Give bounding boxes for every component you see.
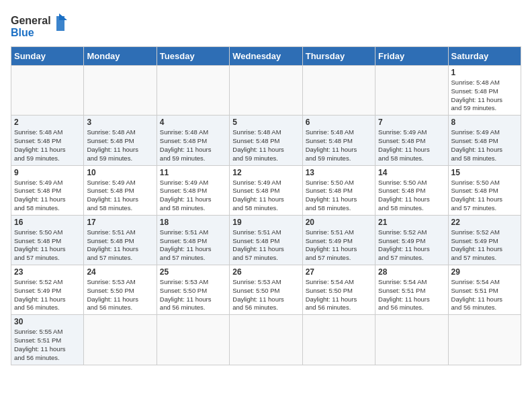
- day-info: Sunrise: 5:53 AM Sunset: 5:50 PM Dayligh…: [232, 278, 299, 312]
- calendar-cell: 18Sunrise: 5:51 AM Sunset: 5:48 PM Dayli…: [157, 215, 229, 265]
- day-info: Sunrise: 5:50 AM Sunset: 5:48 PM Dayligh…: [451, 179, 518, 213]
- calendar-cell: [157, 66, 229, 116]
- day-number: 29: [451, 267, 518, 277]
- page-header: General Blue: [11, 11, 521, 41]
- day-number: 11: [160, 168, 226, 177]
- calendar-cell: 26Sunrise: 5:53 AM Sunset: 5:50 PM Dayli…: [230, 265, 302, 315]
- day-info: Sunrise: 5:53 AM Sunset: 5:50 PM Dayligh…: [160, 278, 226, 312]
- day-number: 10: [87, 168, 153, 177]
- day-info: Sunrise: 5:50 AM Sunset: 5:48 PM Dayligh…: [378, 179, 445, 213]
- day-info: Sunrise: 5:48 AM Sunset: 5:48 PM Dayligh…: [451, 79, 518, 113]
- calendar-cell: 29Sunrise: 5:54 AM Sunset: 5:51 PM Dayli…: [448, 265, 521, 315]
- calendar-cell: 1Sunrise: 5:48 AM Sunset: 5:48 PM Daylig…: [448, 66, 521, 116]
- day-info: Sunrise: 5:49 AM Sunset: 5:48 PM Dayligh…: [451, 128, 518, 163]
- day-number: 15: [451, 168, 518, 177]
- calendar-cell: [302, 66, 375, 116]
- day-number: 18: [160, 218, 226, 227]
- calendar-table: SundayMondayTuesdayWednesdayThursdayFrid…: [11, 46, 521, 365]
- logo: General Blue: [11, 11, 71, 41]
- calendar-cell: [230, 66, 302, 116]
- week-row-1: 1Sunrise: 5:48 AM Sunset: 5:48 PM Daylig…: [11, 66, 521, 116]
- day-number: 8: [451, 118, 518, 127]
- day-number: 9: [14, 168, 81, 177]
- day-info: Sunrise: 5:55 AM Sunset: 5:51 PM Dayligh…: [14, 328, 81, 362]
- day-info: Sunrise: 5:48 AM Sunset: 5:48 PM Dayligh…: [87, 128, 153, 163]
- calendar-cell: 10Sunrise: 5:49 AM Sunset: 5:48 PM Dayli…: [84, 165, 157, 215]
- weekday-header-row: SundayMondayTuesdayWednesdayThursdayFrid…: [11, 47, 521, 66]
- calendar-cell: [11, 66, 84, 116]
- day-number: 12: [232, 168, 299, 177]
- day-number: 25: [160, 267, 226, 277]
- week-row-3: 9Sunrise: 5:49 AM Sunset: 5:48 PM Daylig…: [11, 165, 521, 215]
- calendar-cell: 7Sunrise: 5:49 AM Sunset: 5:48 PM Daylig…: [375, 116, 448, 165]
- day-number: 1: [451, 68, 518, 77]
- day-info: Sunrise: 5:52 AM Sunset: 5:49 PM Dayligh…: [378, 228, 445, 263]
- calendar-cell: 21Sunrise: 5:52 AM Sunset: 5:49 PM Dayli…: [375, 215, 448, 265]
- day-number: 6: [306, 118, 372, 127]
- calendar-cell: 8Sunrise: 5:49 AM Sunset: 5:48 PM Daylig…: [448, 116, 521, 165]
- day-number: 4: [160, 118, 226, 127]
- logo-icon: General Blue: [11, 11, 71, 41]
- calendar-cell: 19Sunrise: 5:51 AM Sunset: 5:48 PM Dayli…: [230, 215, 302, 265]
- week-row-2: 2Sunrise: 5:48 AM Sunset: 5:48 PM Daylig…: [11, 116, 521, 165]
- calendar-cell: 13Sunrise: 5:50 AM Sunset: 5:48 PM Dayli…: [302, 165, 375, 215]
- calendar-cell: 16Sunrise: 5:50 AM Sunset: 5:48 PM Dayli…: [11, 215, 84, 265]
- calendar-cell: [84, 66, 157, 116]
- weekday-header-monday: Monday: [84, 47, 157, 66]
- calendar-cell: 27Sunrise: 5:54 AM Sunset: 5:50 PM Dayli…: [302, 265, 375, 315]
- day-info: Sunrise: 5:51 AM Sunset: 5:49 PM Dayligh…: [306, 228, 372, 263]
- day-number: 17: [87, 218, 153, 227]
- calendar-cell: 20Sunrise: 5:51 AM Sunset: 5:49 PM Dayli…: [302, 215, 375, 265]
- day-info: Sunrise: 5:48 AM Sunset: 5:48 PM Dayligh…: [306, 128, 372, 163]
- day-number: 5: [232, 118, 299, 127]
- day-number: 27: [306, 267, 372, 277]
- day-number: 2: [14, 118, 81, 127]
- calendar-cell: 2Sunrise: 5:48 AM Sunset: 5:48 PM Daylig…: [11, 116, 84, 165]
- svg-text:General: General: [11, 15, 51, 26]
- calendar-cell: [448, 315, 521, 365]
- day-info: Sunrise: 5:49 AM Sunset: 5:48 PM Dayligh…: [87, 179, 153, 213]
- weekday-header-friday: Friday: [375, 47, 448, 66]
- day-info: Sunrise: 5:51 AM Sunset: 5:48 PM Dayligh…: [232, 228, 299, 263]
- calendar-cell: [84, 315, 157, 365]
- calendar-cell: 15Sunrise: 5:50 AM Sunset: 5:48 PM Dayli…: [448, 165, 521, 215]
- day-info: Sunrise: 5:51 AM Sunset: 5:48 PM Dayligh…: [160, 228, 226, 263]
- calendar-cell: [375, 315, 448, 365]
- calendar-cell: [375, 66, 448, 116]
- weekday-header-thursday: Thursday: [302, 47, 375, 66]
- weekday-header-tuesday: Tuesday: [157, 47, 229, 66]
- day-info: Sunrise: 5:49 AM Sunset: 5:48 PM Dayligh…: [378, 128, 445, 163]
- day-info: Sunrise: 5:50 AM Sunset: 5:48 PM Dayligh…: [306, 179, 372, 213]
- calendar-cell: 22Sunrise: 5:52 AM Sunset: 5:49 PM Dayli…: [448, 215, 521, 265]
- weekday-header-wednesday: Wednesday: [230, 47, 302, 66]
- day-info: Sunrise: 5:49 AM Sunset: 5:48 PM Dayligh…: [14, 179, 81, 213]
- day-number: 23: [14, 267, 81, 277]
- day-number: 30: [14, 317, 81, 326]
- day-info: Sunrise: 5:48 AM Sunset: 5:48 PM Dayligh…: [14, 128, 81, 163]
- day-info: Sunrise: 5:51 AM Sunset: 5:48 PM Dayligh…: [87, 228, 153, 263]
- day-info: Sunrise: 5:53 AM Sunset: 5:50 PM Dayligh…: [87, 278, 153, 312]
- day-number: 22: [451, 218, 518, 227]
- calendar-cell: 28Sunrise: 5:54 AM Sunset: 5:51 PM Dayli…: [375, 265, 448, 315]
- day-info: Sunrise: 5:48 AM Sunset: 5:48 PM Dayligh…: [160, 128, 226, 163]
- calendar-cell: 30Sunrise: 5:55 AM Sunset: 5:51 PM Dayli…: [11, 315, 84, 365]
- calendar-cell: [157, 315, 229, 365]
- week-row-6: 30Sunrise: 5:55 AM Sunset: 5:51 PM Dayli…: [11, 315, 521, 365]
- day-number: 24: [87, 267, 153, 277]
- calendar-cell: 11Sunrise: 5:49 AM Sunset: 5:48 PM Dayli…: [157, 165, 229, 215]
- day-number: 13: [306, 168, 372, 177]
- day-number: 3: [87, 118, 153, 127]
- calendar-cell: 23Sunrise: 5:52 AM Sunset: 5:49 PM Dayli…: [11, 265, 84, 315]
- day-number: 26: [232, 267, 299, 277]
- day-number: 7: [378, 118, 445, 127]
- calendar-cell: 5Sunrise: 5:48 AM Sunset: 5:48 PM Daylig…: [230, 116, 302, 165]
- day-number: 16: [14, 218, 81, 227]
- day-info: Sunrise: 5:49 AM Sunset: 5:48 PM Dayligh…: [232, 179, 299, 213]
- week-row-4: 16Sunrise: 5:50 AM Sunset: 5:48 PM Dayli…: [11, 215, 521, 265]
- weekday-header-sunday: Sunday: [11, 47, 84, 66]
- day-info: Sunrise: 5:54 AM Sunset: 5:51 PM Dayligh…: [378, 278, 445, 312]
- day-info: Sunrise: 5:52 AM Sunset: 5:49 PM Dayligh…: [14, 278, 81, 312]
- weekday-header-saturday: Saturday: [448, 47, 521, 66]
- week-row-5: 23Sunrise: 5:52 AM Sunset: 5:49 PM Dayli…: [11, 265, 521, 315]
- day-number: 14: [378, 168, 445, 177]
